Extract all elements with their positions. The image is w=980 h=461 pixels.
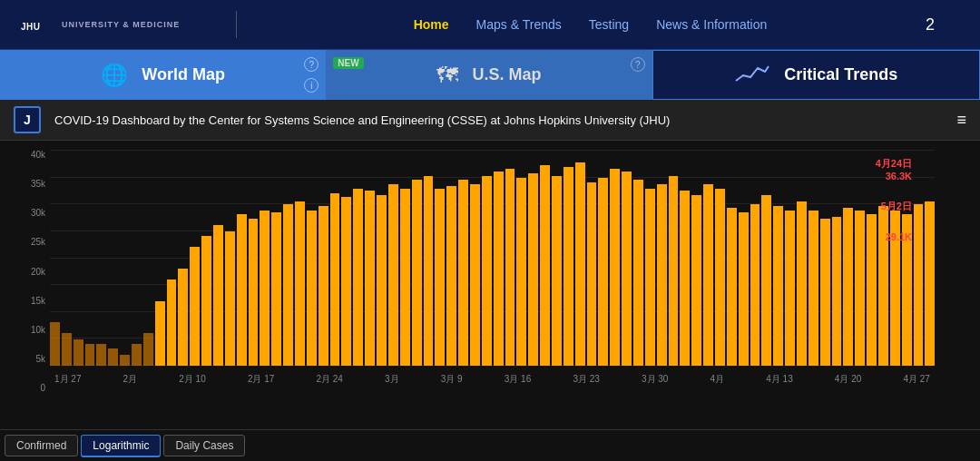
bar-26[interactable] — [353, 189, 363, 366]
nav-home[interactable]: Home — [414, 17, 449, 32]
bar-32[interactable] — [424, 176, 434, 366]
bar-40[interactable] — [516, 178, 526, 366]
nav-maps-trends[interactable]: Maps & Trends — [476, 17, 562, 32]
x-label-9: 3月 30 — [642, 373, 668, 386]
bar-59[interactable] — [739, 212, 749, 366]
x-label-5: 3月 — [385, 373, 399, 386]
bar-35[interactable] — [458, 180, 468, 366]
bar-53[interactable] — [669, 176, 679, 366]
bar-38[interactable] — [494, 172, 504, 366]
x-label-13: 4月 27 — [903, 373, 929, 386]
tab-critical-trends[interactable]: Critical Trends — [652, 50, 980, 100]
bar-4[interactable] — [96, 344, 106, 366]
dashboard-title-bar: J COVID-19 Dashboard by the Center for S… — [0, 100, 980, 141]
bar-36[interactable] — [470, 184, 480, 366]
bar-42[interactable] — [540, 165, 550, 366]
bar-63[interactable] — [785, 211, 795, 366]
bar-37[interactable] — [482, 176, 492, 366]
critical-trends-label: Critical Trends — [784, 65, 897, 84]
tab-daily-cases[interactable]: Daily Cases — [163, 435, 245, 456]
header: JHU University & Medicine Home Maps & Tr… — [0, 0, 980, 50]
bar-75[interactable] — [925, 201, 935, 366]
bar-31[interactable] — [412, 180, 422, 366]
y-label-35k: 35k — [31, 179, 45, 189]
y-label-25k: 25k — [31, 237, 45, 247]
bar-0[interactable] — [50, 322, 60, 366]
world-map-info-icon[interactable]: i — [304, 78, 318, 93]
bar-12[interactable] — [190, 247, 200, 366]
bar-18[interactable] — [260, 211, 270, 366]
tab-confirmed[interactable]: Confirmed — [5, 435, 78, 456]
bar-25[interactable] — [341, 197, 351, 366]
bar-14[interactable] — [213, 225, 223, 366]
bar-15[interactable] — [225, 231, 235, 366]
bar-7[interactable] — [132, 344, 142, 366]
bar-43[interactable] — [552, 176, 562, 366]
bar-57[interactable] — [715, 189, 725, 366]
us-map-question-icon[interactable]: ? — [631, 57, 645, 72]
bar-19[interactable] — [271, 212, 281, 366]
bar-69[interactable] — [855, 211, 865, 366]
world-map-question-icon[interactable]: ? — [304, 57, 318, 72]
bar-5[interactable] — [108, 348, 118, 366]
bar-10[interactable] — [167, 280, 177, 366]
nav-news[interactable]: News & Information — [656, 17, 767, 32]
bar-16[interactable] — [237, 214, 247, 366]
bottom-tab-bar: Confirmed Logarithmic Daily Cases — [0, 429, 980, 461]
bar-44[interactable] — [564, 167, 573, 366]
bar-67[interactable] — [832, 217, 842, 366]
bar-28[interactable] — [377, 195, 387, 366]
bar-1[interactable] — [62, 333, 72, 366]
nav-testing[interactable]: Testing — [589, 17, 629, 32]
bar-6[interactable] — [120, 355, 130, 366]
bar-55[interactable] — [691, 195, 701, 366]
critical-trends-icon — [734, 59, 770, 92]
bar-62[interactable] — [773, 206, 783, 366]
bar-11[interactable] — [178, 269, 188, 366]
bar-29[interactable] — [388, 184, 398, 366]
bar-13[interactable] — [201, 236, 211, 366]
bar-68[interactable] — [843, 208, 853, 366]
bar-52[interactable] — [657, 184, 667, 366]
bar-8[interactable] — [143, 333, 153, 366]
bar-56[interactable] — [703, 184, 713, 366]
bar-66[interactable] — [820, 219, 830, 366]
bar-30[interactable] — [400, 189, 410, 366]
tab-world-map[interactable]: 🌐 World Map ? i — [0, 50, 326, 100]
bar-34[interactable] — [446, 186, 456, 366]
bar-46[interactable] — [587, 182, 597, 366]
bar-47[interactable] — [598, 178, 608, 366]
bar-49[interactable] — [622, 172, 632, 366]
bar-54[interactable] — [680, 191, 690, 366]
bar-65[interactable] — [808, 211, 818, 366]
bar-17[interactable] — [249, 219, 259, 366]
bar-41[interactable] — [528, 173, 538, 366]
bar-23[interactable] — [318, 206, 328, 366]
bar-3[interactable] — [85, 344, 95, 366]
bar-61[interactable] — [761, 195, 771, 366]
y-label-30k: 30k — [31, 208, 45, 218]
bar-21[interactable] — [295, 201, 305, 366]
bar-24[interactable] — [330, 193, 340, 366]
bar-9[interactable] — [155, 301, 165, 366]
chart-annotation: 4月24日 36.3K 5月2日 29.1K — [876, 157, 912, 242]
bar-51[interactable] — [645, 189, 655, 366]
bar-58[interactable] — [727, 208, 737, 366]
bar-27[interactable] — [365, 191, 375, 366]
bar-22[interactable] — [307, 211, 317, 366]
bar-39[interactable] — [505, 169, 515, 366]
bar-2[interactable] — [74, 339, 83, 366]
bar-33[interactable] — [435, 189, 445, 366]
tab-logarithmic[interactable]: Logarithmic — [81, 435, 161, 457]
x-label-4: 2月 24 — [316, 373, 342, 386]
bar-45[interactable] — [575, 162, 585, 366]
bar-60[interactable] — [750, 204, 760, 367]
bar-74[interactable] — [914, 204, 924, 367]
bar-64[interactable] — [797, 201, 807, 366]
tab-us-map[interactable]: NEW 🗺 U.S. Map ? — [326, 50, 652, 100]
bar-50[interactable] — [633, 180, 643, 366]
logo: JHU University & Medicine — [18, 11, 218, 38]
bar-48[interactable] — [610, 169, 620, 366]
bar-20[interactable] — [283, 204, 293, 367]
menu-icon[interactable]: ≡ — [956, 111, 966, 130]
